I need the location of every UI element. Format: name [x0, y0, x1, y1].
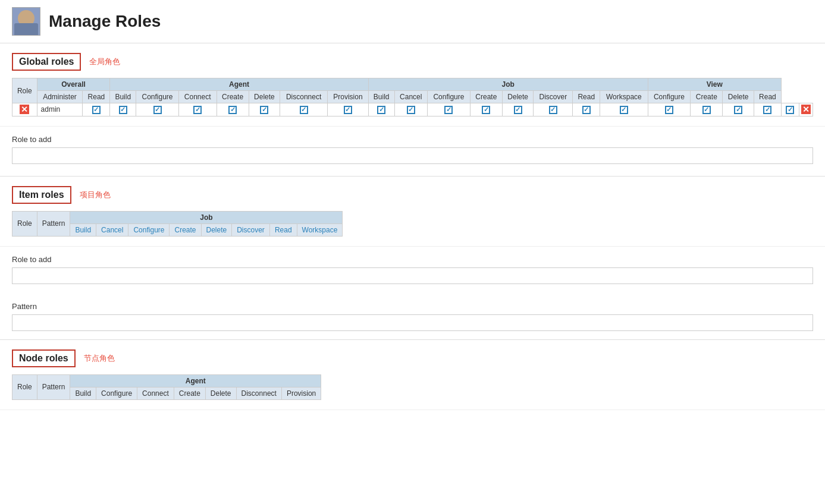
node-agent-group-header: Agent [70, 374, 321, 387]
cb-overall-administer[interactable] [83, 103, 110, 116]
item-job-group-header: Job [70, 211, 343, 223]
item-job-read: Read [269, 223, 297, 236]
cb-view-create[interactable] [723, 103, 754, 116]
item-job-configure: Configure [128, 223, 170, 236]
item-pattern-input[interactable] [12, 314, 813, 331]
node-agent-build: Build [70, 387, 96, 399]
overall-administer: Administer [37, 91, 83, 103]
agent-create: Create [217, 91, 249, 103]
global-role-to-add-section: Role to add [0, 127, 825, 176]
global-roles-label: Global roles [12, 53, 81, 71]
global-roles-section: Global roles 全局角色 Role Overall Agent Job… [0, 43, 825, 127]
item-role-to-add-section: Role to add [0, 247, 825, 296]
cb-agent-delete[interactable] [280, 103, 328, 116]
view-delete: Delete [723, 91, 754, 103]
page-title: Manage Roles [49, 12, 161, 31]
node-agent-create: Create [174, 387, 205, 399]
item-roles-table: Role Pattern Job Build Cancel Configure … [12, 211, 343, 237]
agent-disconnect: Disconnect [280, 91, 328, 103]
view-configure: Configure [648, 91, 691, 103]
job-cancel: Cancel [394, 91, 428, 103]
item-pattern-col: Pattern [37, 211, 70, 236]
item-job-create: Create [170, 223, 201, 236]
agent-group-header: Agent [110, 78, 368, 91]
job-discover: Discover [534, 91, 573, 103]
item-job-cancel: Cancel [96, 223, 128, 236]
node-roles-label: Node roles [12, 349, 76, 367]
overall-group-header: Overall [37, 78, 110, 91]
cb-job-discover[interactable] [573, 103, 600, 116]
job-build: Build [368, 91, 394, 103]
node-roles-header: Node roles 节点角色 [12, 349, 813, 367]
global-roles-table: Role Overall Agent Job View Administer R… [12, 78, 813, 116]
item-roles-label-cn: 项目角色 [80, 190, 111, 200]
node-pattern-col: Pattern [37, 374, 70, 399]
item-role-to-add-input[interactable] [12, 267, 813, 284]
cb-view-read[interactable] [781, 103, 799, 116]
node-agent-connect: Connect [137, 387, 174, 399]
cb-job-create[interactable] [502, 103, 534, 116]
cb-agent-connect[interactable] [217, 103, 249, 116]
node-agent-delete: Delete [205, 387, 236, 399]
global-roles-header: Global roles 全局角色 [12, 53, 813, 71]
cb-job-configure[interactable] [470, 103, 502, 116]
agent-delete: Delete [249, 91, 280, 103]
view-group-header: View [648, 78, 781, 91]
cb-job-read[interactable] [600, 103, 648, 116]
role-name: admin [37, 103, 83, 116]
item-roles-section: Item roles 项目角色 Role Pattern Job Build C… [0, 177, 825, 247]
node-agent-configure: Configure [96, 387, 137, 399]
cb-agent-create[interactable] [249, 103, 280, 116]
node-roles-section: Node roles 节点角色 Role Pattern Agent Build… [0, 340, 825, 410]
agent-build: Build [110, 91, 136, 103]
agent-configure: Configure [136, 91, 179, 103]
cb-job-build[interactable] [394, 103, 428, 116]
item-job-workspace: Workspace [297, 223, 343, 236]
global-role-to-add-label: Role to add [12, 135, 813, 144]
delete-cell[interactable]: ✕ [12, 103, 37, 116]
page-header: Manage Roles [0, 0, 825, 43]
global-role-to-add-input[interactable] [12, 147, 813, 164]
job-delete: Delete [502, 91, 534, 103]
delete-icon-right[interactable]: ✕ [801, 105, 811, 114]
delete-cell-right[interactable]: ✕ [799, 103, 813, 116]
overall-read: Read [83, 91, 110, 103]
cb-agent-provision[interactable] [368, 103, 394, 116]
node-agent-provision: Provision [281, 387, 321, 399]
job-workspace: Workspace [600, 91, 648, 103]
node-agent-disconnect: Disconnect [236, 387, 281, 399]
item-pattern-section: Pattern [0, 296, 825, 339]
cb-job-workspace[interactable] [648, 103, 691, 116]
job-configure: Configure [428, 91, 470, 103]
cb-view-delete[interactable] [754, 103, 781, 116]
item-job-delete: Delete [201, 223, 232, 236]
role-col-header: Role [12, 78, 37, 103]
cb-job-cancel[interactable] [428, 103, 470, 116]
job-group-header: Job [368, 78, 648, 91]
item-roles-header: Item roles 项目角色 [12, 186, 813, 204]
node-role-col: Role [12, 374, 37, 399]
view-create: Create [691, 91, 723, 103]
item-pattern-label: Pattern [12, 302, 813, 311]
agent-connect: Connect [178, 91, 217, 103]
table-row: ✕ admin [12, 103, 813, 116]
cb-agent-configure[interactable] [178, 103, 217, 116]
cb-overall-read[interactable] [110, 103, 136, 116]
node-roles-table: Role Pattern Agent Build Configure Conne… [12, 374, 321, 400]
avatar [12, 7, 40, 36]
cb-agent-build[interactable] [136, 103, 179, 116]
cb-agent-disconnect[interactable] [328, 103, 369, 116]
cb-job-delete[interactable] [534, 103, 573, 116]
item-role-col: Role [12, 211, 37, 236]
item-job-build: Build [70, 223, 96, 236]
view-read: Read [754, 91, 781, 103]
job-create: Create [470, 91, 502, 103]
delete-icon[interactable]: ✕ [20, 105, 29, 114]
item-job-discover: Discover [232, 223, 270, 236]
job-read: Read [573, 91, 600, 103]
item-role-to-add-label: Role to add [12, 255, 813, 264]
node-roles-label-cn: 节点角色 [84, 353, 115, 364]
item-roles-label: Item roles [12, 186, 71, 204]
agent-provision: Provision [328, 91, 369, 103]
cb-view-configure[interactable] [691, 103, 723, 116]
